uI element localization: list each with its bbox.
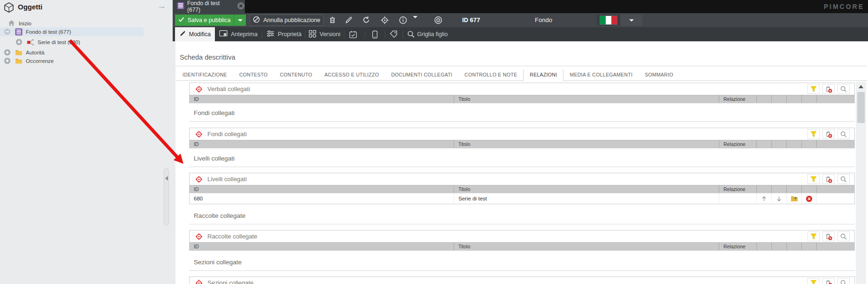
tab-label: Versioni	[320, 31, 340, 38]
tree-item-inizio[interactable]: Inizio	[0, 19, 144, 28]
magnifier-icon	[840, 86, 847, 92]
column-id[interactable]: ID	[190, 243, 454, 250]
folder-icon	[15, 57, 23, 65]
column-relazione[interactable]: Relazione	[719, 185, 757, 193]
save-publish-label: Salva e pubblica	[188, 17, 231, 23]
collapse-minus-icon[interactable]	[4, 28, 11, 35]
search-relations-button[interactable]	[838, 129, 850, 139]
delete-table-icon	[825, 279, 832, 284]
relation-row-680[interactable]: 680 Serie di test	[190, 193, 854, 204]
search-relations-button[interactable]	[838, 174, 850, 184]
scrollbar-thumb[interactable]	[857, 92, 865, 123]
search-relations-button[interactable]	[838, 84, 850, 94]
tab-documenti-collegati[interactable]: DOCUMENTI COLLEGATI	[385, 69, 458, 81]
clear-relations-button[interactable]	[822, 231, 835, 241]
tree-item-occorrenze[interactable]: Occorrenze	[0, 56, 144, 65]
preview-eye-icon[interactable]	[434, 16, 442, 24]
panel-title: Raccolte collegate	[207, 233, 257, 240]
column-relazione[interactable]: Relazione	[719, 243, 757, 250]
tab-anteprima[interactable]: Anteprima	[219, 27, 258, 41]
expand-plus-icon[interactable]	[4, 49, 11, 56]
relation-tabstrip: IDENTIFICAZIONE CONTESTO CONTENUTO ACCES…	[176, 69, 867, 81]
column-titolo[interactable]: Titolo	[454, 140, 719, 148]
language-dropdown[interactable]	[620, 15, 643, 26]
child-grid-label[interactable]: Griglia figlio	[417, 31, 448, 38]
close-tab-icon[interactable]	[237, 2, 245, 12]
delete-icon[interactable]	[328, 16, 337, 24]
save-publish-button[interactable]: Salva e pubblica	[175, 15, 234, 26]
panel-fondi-collegati: Fondi collegati ID Titolo Relazione	[189, 128, 855, 148]
gutter	[173, 41, 175, 284]
tab-versioni[interactable]: Versioni	[309, 27, 340, 41]
schedule-calendar-icon[interactable]	[349, 31, 358, 39]
tab-modifica[interactable]: Modifica	[175, 27, 215, 41]
tree-item-serie-di-test[interactable]: Serie di test (680)	[0, 38, 144, 46]
tree-item-label: Fondo di test (677)	[26, 29, 71, 35]
caret-down-icon	[629, 19, 634, 22]
expand-plus-icon[interactable]	[15, 38, 23, 46]
tag-icon[interactable]	[390, 31, 398, 39]
reload-icon[interactable]	[362, 16, 371, 24]
italian-flag-icon	[600, 16, 617, 24]
separator	[403, 31, 403, 38]
tree-item-autorita[interactable]: Autorità	[0, 48, 144, 57]
vertical-scrollbar[interactable]	[856, 82, 866, 284]
tab-relazioni[interactable]: RELAZIONI	[523, 69, 563, 81]
unpublish-button[interactable]: Annulla pubblicazione	[250, 15, 324, 26]
clear-relations-button[interactable]	[822, 84, 835, 94]
column-titolo[interactable]: Titolo	[454, 95, 719, 103]
clear-relations-button[interactable]	[822, 174, 835, 184]
delete-table-icon	[825, 176, 832, 183]
info-dropdown-caret-icon[interactable]	[413, 18, 421, 27]
filter-button[interactable]	[807, 231, 820, 241]
filter-funnel-icon	[810, 233, 817, 240]
tab-sommario[interactable]: SOMMARIO	[639, 69, 679, 81]
filter-button[interactable]	[807, 278, 820, 284]
tab-controllo-e-note[interactable]: CONTROLLO E NOTE	[458, 69, 523, 81]
tab-contenuto[interactable]: CONTENUTO	[274, 69, 318, 81]
cell-relazione	[719, 193, 757, 204]
filter-button[interactable]	[807, 174, 820, 184]
language-flag-button[interactable]	[597, 15, 620, 26]
column-id[interactable]: ID	[190, 185, 454, 193]
locate-in-tree-icon[interactable]	[381, 16, 389, 24]
move-down-button[interactable]	[772, 193, 787, 204]
column-relazione[interactable]: Relazione	[719, 95, 757, 103]
tab-identificazione[interactable]: IDENTIFICAZIONE	[176, 69, 233, 81]
tab-contesto[interactable]: CONTESTO	[233, 69, 274, 81]
column-relazione[interactable]: Relazione	[719, 140, 757, 148]
filter-button[interactable]	[807, 129, 820, 139]
scroll-up-icon[interactable]	[859, 85, 863, 88]
expand-plus-icon[interactable]	[4, 57, 11, 64]
bookmark-icon[interactable]	[372, 31, 381, 39]
open-object-button[interactable]	[787, 193, 802, 204]
cell-titolo: Serie di test	[454, 193, 719, 204]
move-up-button[interactable]	[757, 193, 772, 204]
cell-filler	[817, 193, 854, 204]
tab-proprieta[interactable]: Proprietà	[266, 27, 302, 41]
tab-accesso-e-utilizzo[interactable]: ACCESSO E UTILIZZO	[318, 69, 385, 81]
column-id[interactable]: ID	[190, 95, 454, 103]
remove-circle-icon	[806, 195, 813, 202]
filter-button[interactable]	[807, 84, 820, 94]
column-id[interactable]: ID	[190, 140, 454, 148]
column-titolo[interactable]: Titolo	[454, 185, 719, 193]
separator	[385, 31, 385, 38]
rename-pencil-icon[interactable]	[345, 16, 353, 24]
info-icon[interactable]	[399, 16, 407, 24]
tree-item-fondo-di-test[interactable]: Fondo di test (677)	[0, 27, 144, 36]
remove-relation-button[interactable]	[802, 193, 817, 204]
tab-media-e-collegamenti[interactable]: MEDIA E COLLEGAMENTI	[563, 69, 639, 81]
search-relations-button[interactable]	[838, 278, 850, 284]
search-icon[interactable]	[407, 31, 416, 39]
magnifier-icon	[840, 233, 847, 240]
window-tab-fondo-di-test[interactable]: Fondo di test (677)	[173, 0, 245, 13]
search-relations-button[interactable]	[838, 231, 850, 241]
clear-relations-button[interactable]	[822, 129, 835, 139]
slide-right-icon[interactable]: →	[157, 1, 166, 11]
column-titolo[interactable]: Titolo	[454, 243, 719, 250]
object-type-label: Fondo	[535, 16, 552, 23]
clear-relations-button[interactable]	[822, 278, 835, 284]
sidebar-collapse-handle[interactable]	[164, 168, 169, 225]
save-options-dropdown[interactable]	[234, 15, 246, 26]
